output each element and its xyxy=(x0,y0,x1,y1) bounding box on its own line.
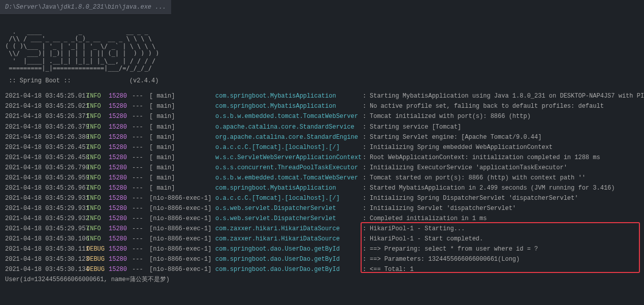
log-timestamp: 2021-04-18 03:45:26.790 xyxy=(5,163,86,173)
log-level: INFO xyxy=(86,91,109,101)
log-message: Starting MybatisApplication using Java 1… xyxy=(370,91,644,101)
log-pid: 15280 xyxy=(109,122,132,132)
log-timestamp: 2021-04-18 03:45:26.458 xyxy=(5,152,86,163)
log-separator: --- xyxy=(132,91,149,101)
log-line: 2021-04-18 03:45:26.380INFO15280--- [ ma… xyxy=(5,132,639,142)
log-logger: com.zaxxer.hikari.HikariDataSource xyxy=(215,234,363,244)
log-thread: [nio-8866-exec-1] xyxy=(149,234,215,244)
log-line: 2021-04-18 03:45:26.457INFO15280--- [ ma… xyxy=(5,142,639,152)
log-level: INFO xyxy=(86,142,109,152)
log-timestamp: 2021-04-18 03:45:26.371 xyxy=(5,111,86,121)
log-colon: : xyxy=(363,173,370,183)
log-pid: 15280 xyxy=(109,183,132,193)
log-logger: o.s.web.servlet.DispatcherServlet xyxy=(215,214,363,224)
log-message: Initializing Servlet 'dispatcherServlet' xyxy=(370,203,516,214)
log-colon: : xyxy=(363,214,370,224)
log-timestamp: 2021-04-18 03:45:29.931 xyxy=(5,203,86,214)
log-timestamp: 2021-04-18 03:45:29.931 xyxy=(5,193,86,203)
log-colon: : xyxy=(363,132,370,142)
log-line: 2021-04-18 03:45:30.106INFO15280--- [nio… xyxy=(5,234,639,244)
log-pid: 15280 xyxy=(109,203,132,214)
log-logger: o.s.web.servlet.DispatcherServlet xyxy=(215,203,363,214)
log-message: <== Total: 1 xyxy=(370,264,413,274)
log-separator: --- xyxy=(132,183,149,193)
log-message: ==> Preparing: select * from user where … xyxy=(370,244,538,254)
log-line: 2021-04-18 03:45:30.123DEBUG15280--- [ni… xyxy=(5,254,639,264)
log-pid: 15280 xyxy=(109,163,132,173)
log-message: Root WebApplicationContext: initializati… xyxy=(370,152,600,163)
spring-boot-version-line: :: Spring Boot :: (v2.4.4) xyxy=(5,76,639,86)
log-separator: --- xyxy=(132,132,149,142)
log-logger: com.springboot.MybatisApplication xyxy=(215,183,363,193)
log-thread: [nio-8866-exec-1] xyxy=(149,264,215,274)
console-output-area[interactable]: . ____ _ __ _ _ /\\ / ___'_ __ _ _(_)_ _… xyxy=(0,15,644,290)
log-message: Starting service [Tomcat] xyxy=(370,122,461,132)
log-colon: : xyxy=(363,101,370,111)
log-message: Starting Servlet engine: [Apache Tomcat/… xyxy=(370,132,541,142)
log-line: 2021-04-18 03:45:26.458INFO15280--- [ ma… xyxy=(5,152,639,163)
log-logger: o.s.s.concurrent.ThreadPoolTaskExecutor xyxy=(215,163,363,173)
log-pid: 15280 xyxy=(109,254,132,264)
log-colon: : xyxy=(363,152,370,163)
log-timestamp: 2021-04-18 03:45:26.959 xyxy=(5,173,86,183)
log-colon: : xyxy=(363,122,370,132)
log-thread: [ main] xyxy=(149,183,215,193)
log-timestamp: 2021-04-18 03:45:25.017 xyxy=(5,91,86,101)
log-timestamp: 2021-04-18 03:45:26.457 xyxy=(5,142,86,152)
log-level: INFO xyxy=(86,111,109,121)
log-line: 2021-04-18 03:45:26.959INFO15280--- [ ma… xyxy=(5,173,639,183)
log-timestamp: 2021-04-18 03:45:26.380 xyxy=(5,132,86,142)
log-message: ==> Parameters: 1324455666066000661(Long… xyxy=(370,254,520,264)
log-separator: --- xyxy=(132,234,149,244)
log-separator: --- xyxy=(132,224,149,234)
log-logger: o.s.b.w.embedded.tomcat.TomcatWebServer xyxy=(215,173,363,183)
log-message: Initializing Spring embedded WebApplicat… xyxy=(370,142,553,152)
log-level: INFO xyxy=(86,101,109,111)
log-colon: : xyxy=(363,91,370,101)
log-separator: --- xyxy=(132,244,149,254)
log-logger: com.springboot.MybatisApplication xyxy=(215,91,363,101)
log-pid: 15280 xyxy=(109,244,132,254)
log-separator: --- xyxy=(132,142,149,152)
log-level: DEBUG xyxy=(86,264,109,274)
log-separator: --- xyxy=(132,152,149,163)
log-level: INFO xyxy=(86,193,109,203)
log-thread: [nio-8866-exec-1] xyxy=(149,224,215,234)
log-separator: --- xyxy=(132,214,149,224)
log-pid: 15280 xyxy=(109,132,132,142)
log-timestamp: 2021-04-18 03:45:29.932 xyxy=(5,214,86,224)
log-level: INFO xyxy=(86,163,109,173)
log-timestamp: 2021-04-18 03:45:30.123 xyxy=(5,254,86,264)
log-level: INFO xyxy=(86,214,109,224)
log-logger: w.s.c.ServletWebServerApplicationContext xyxy=(215,152,363,163)
log-thread: [nio-8866-exec-1] xyxy=(149,203,215,214)
log-colon: : xyxy=(363,193,370,203)
log-colon: : xyxy=(363,163,370,173)
log-thread: [ main] xyxy=(149,173,215,183)
user-output-line: User(id=1324455666066000661, name=蒲公英不是梦… xyxy=(5,274,639,285)
log-thread: [ main] xyxy=(149,163,215,173)
log-separator: --- xyxy=(132,122,149,132)
log-pid: 15280 xyxy=(109,264,132,274)
log-thread: [nio-8866-exec-1] xyxy=(149,254,215,264)
log-level: INFO xyxy=(86,234,109,244)
log-thread: [ main] xyxy=(149,122,215,132)
log-thread: [ main] xyxy=(149,111,215,121)
log-line: 2021-04-18 03:45:26.790INFO15280--- [ ma… xyxy=(5,163,639,173)
log-logger: o.a.c.c.C.[Tomcat].[localhost].[/] xyxy=(215,193,363,203)
log-pid: 15280 xyxy=(109,224,132,234)
log-pid: 15280 xyxy=(109,234,132,244)
log-colon: : xyxy=(363,203,370,214)
log-thread: [ main] xyxy=(149,132,215,142)
log-timestamp: 2021-04-18 03:45:30.106 xyxy=(5,234,86,244)
log-separator: --- xyxy=(132,203,149,214)
log-pid: 15280 xyxy=(109,111,132,121)
log-message: No active profile set, falling back to d… xyxy=(370,101,604,111)
log-message: Tomcat started on port(s): 8866 (http) w… xyxy=(370,173,586,183)
log-timestamp: 2021-04-18 03:45:30.111 xyxy=(5,244,86,254)
log-line: 2021-04-18 03:45:30.111DEBUG15280--- [ni… xyxy=(5,244,639,254)
window-title-bar: D:\Server\Java\jdk1.8.0_231\bin\java.exe… xyxy=(0,0,171,15)
log-colon: : xyxy=(363,183,370,193)
log-logger: com.springboot.dao.UserDao.getById xyxy=(215,254,363,264)
spring-boot-banner: . ____ _ __ _ _ /\\ / ___'_ __ _ _(_)_ _… xyxy=(5,28,639,72)
